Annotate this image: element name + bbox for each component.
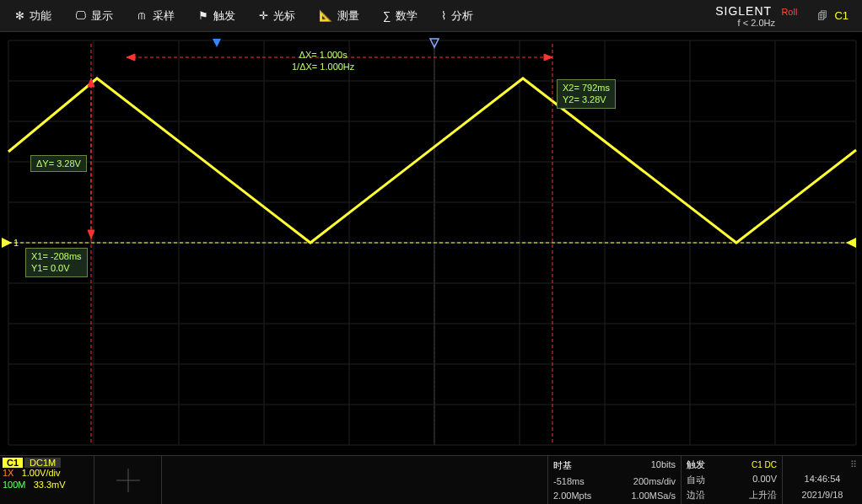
- right-status: 🗐 C1: [807, 0, 859, 31]
- crosshair-icon: ✛: [259, 9, 268, 22]
- menu-label: 数学: [396, 8, 418, 24]
- brand-block: SIGLENT Roll f < 2.0Hz: [705, 4, 807, 28]
- analyze-icon: ⌇: [441, 9, 446, 22]
- menu-func[interactable]: ✻ 功能: [3, 0, 63, 31]
- menu-dots-icon[interactable]: ⠿: [850, 459, 857, 469]
- clipboard-icon[interactable]: 🗐: [817, 10, 827, 22]
- channel-block-c1[interactable]: C1 DC1M 1X 1.00V/div 100M 33.3mV: [0, 456, 94, 504]
- timebase-bits: 10bits: [651, 459, 676, 472]
- status-spacer: [162, 456, 548, 504]
- date-value: 2021/9/18: [788, 489, 857, 501]
- trigger-slope: 上升沿: [749, 489, 777, 501]
- brand-name: SIGLENT: [715, 4, 772, 18]
- trigger-mode: 自动: [687, 474, 705, 486]
- menu-display[interactable]: 🖵 显示: [63, 0, 125, 31]
- timebase-label: 时基: [553, 459, 572, 472]
- channel-probe: 1X: [3, 468, 13, 478]
- trigger-type: 边沿: [687, 489, 705, 501]
- flag-icon: ⚑: [198, 9, 208, 22]
- menu-label: 采样: [153, 8, 175, 24]
- waveform-display[interactable]: 1 ΔX= 1.000s 1/ΔX= 1.000Hz ΔY= 3.28V: [0, 32, 862, 447]
- status-bar: C1 DC1M 1X 1.00V/div 100M 33.3mV 时基 10bi…: [0, 455, 862, 504]
- menu-analyze[interactable]: ⌇ 分析: [429, 0, 485, 31]
- datetime-block: ⠿ 14:46:54 2021/9/18: [783, 456, 862, 504]
- menu-label: 光标: [273, 8, 295, 24]
- delta-x-label: ΔX= 1.000s 1/ΔX= 1.000Hz: [292, 49, 354, 73]
- sample-icon: ⫙: [137, 9, 148, 22]
- monitor-icon: 🖵: [75, 9, 86, 22]
- timebase-delay: -518ms: [553, 476, 585, 486]
- roll-mode: Roll: [781, 7, 797, 17]
- scope-grid: 1: [0, 32, 862, 447]
- timebase-mpts: 2.00Mpts: [553, 491, 591, 501]
- time-value: 14:46:54: [788, 473, 857, 485]
- cursor-x2y2-label: X2= 792ms Y2= 3.28V: [557, 79, 616, 109]
- menu-label: 功能: [30, 8, 51, 24]
- trigger-source: C1 DC: [752, 460, 777, 469]
- level-crosshair: [94, 456, 162, 504]
- menu-label: 分析: [451, 8, 473, 24]
- menu-measure[interactable]: 📐 测量: [307, 0, 371, 31]
- menu-trigger[interactable]: ⚑ 触发: [186, 0, 247, 31]
- menu-label: 触发: [213, 8, 235, 24]
- trigger-level: 0.00V: [752, 474, 777, 486]
- channel-vdiv: 1.00V/div: [22, 468, 61, 478]
- menu-label: 测量: [337, 8, 359, 24]
- channel-indicator: C1: [834, 9, 849, 22]
- channel-badge: C1: [3, 458, 23, 468]
- brand-freq: f < 2.0Hz: [738, 18, 775, 28]
- channel-offset: 33.3mV: [34, 480, 66, 490]
- math-icon: ∑: [383, 9, 391, 22]
- menu-label: 显示: [91, 8, 113, 24]
- channel-bw: 100M: [3, 480, 26, 490]
- gear-icon: ✻: [15, 9, 24, 22]
- timebase-rate: 1.00MSa/s: [631, 491, 676, 501]
- ruler-icon: 📐: [319, 9, 332, 22]
- timebase-scale: 200ms/div: [633, 476, 676, 486]
- menu-acquire[interactable]: ⫙ 采样: [125, 0, 186, 31]
- menu-cursor[interactable]: ✛ 光标: [247, 0, 307, 31]
- delta-y-label: ΔY= 3.28V: [30, 155, 87, 172]
- cursor-x1y1-label: X1= -208ms Y1= 0.0V: [25, 248, 88, 277]
- menubar: ✻ 功能 🖵 显示 ⫙ 采样 ⚑ 触发 ✛ 光标 📐 测量 ∑ 数学 ⌇ 分析 …: [0, 0, 862, 32]
- timebase-block[interactable]: 时基 10bits -518ms 200ms/div 2.00Mpts 1.00…: [548, 456, 682, 504]
- channel-coupling: DC1M: [24, 458, 61, 468]
- menu-math[interactable]: ∑ 数学: [371, 0, 429, 31]
- trigger-block[interactable]: 触发 C1 DC 自动 0.00V 边沿 上升沿: [682, 456, 783, 504]
- trigger-label: 触发: [687, 458, 705, 471]
